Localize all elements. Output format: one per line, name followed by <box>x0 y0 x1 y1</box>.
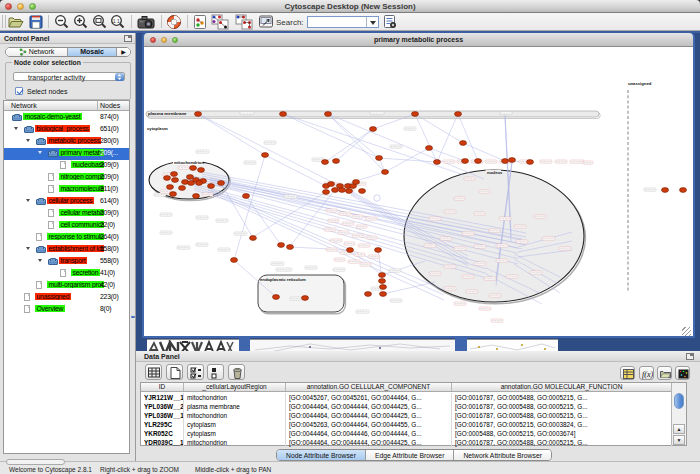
expand-triangle[interactable] <box>38 259 42 264</box>
network-node[interactable] <box>193 194 200 199</box>
vizmapper-icon[interactable] <box>193 14 207 30</box>
network-node[interactable] <box>328 182 335 187</box>
tree-row-nucleobase-contain[interactable]: nucleobase-contain209(0) <box>4 160 129 172</box>
table-row[interactable]: YPL036W__2plasma membrane[GO:0044464, GO… <box>141 402 672 411</box>
expand-triangle[interactable] <box>26 199 30 204</box>
tab-overflow-arrow[interactable]: ▶ <box>117 48 130 56</box>
zoom-in-icon[interactable] <box>73 14 88 30</box>
network-node[interactable] <box>346 189 353 194</box>
network-node[interactable] <box>379 279 386 284</box>
tree-row-response-to-stimulus[interactable]: response to stimulus264(0) <box>4 232 129 244</box>
combo-stepper-icon[interactable] <box>115 73 124 81</box>
network-node[interactable] <box>370 127 377 132</box>
zoom-fit-icon[interactable] <box>92 14 107 30</box>
network-node[interactable] <box>455 112 462 117</box>
network-node[interactable] <box>376 156 383 161</box>
network-node[interactable] <box>680 188 687 193</box>
attribute-checklist-button[interactable] <box>187 364 204 380</box>
network-node[interactable] <box>195 112 202 117</box>
table-cell[interactable]: YLR295C <box>141 420 184 429</box>
search-input[interactable] <box>307 16 379 28</box>
network-manager-icon[interactable] <box>258 14 274 30</box>
network-node[interactable] <box>262 153 269 158</box>
network-node[interactable] <box>196 181 203 186</box>
tree-row-nitrogen-compound-m[interactable]: nitrogen compound m209(0) <box>4 172 129 184</box>
network-node[interactable] <box>198 168 205 173</box>
tree-row-mosaic-demo-yeast[interactable]: mosaic-demo-yeast874(0) <box>4 112 129 124</box>
tree-row-cellular-process[interactable]: cellular process614(0) <box>4 196 129 208</box>
table-cell[interactable]: [GO:0016787, GO:0005488, GO:0005215, G..… <box>452 402 672 411</box>
table-cell[interactable]: YKR052C <box>141 429 184 438</box>
network-node[interactable] <box>509 158 516 163</box>
table-cell[interactable]: mitochondrion <box>184 438 286 447</box>
expand-triangle[interactable] <box>26 247 30 252</box>
tree-row-establishment-of-loc[interactable]: establishment of loc558(0) <box>4 244 129 256</box>
search-options-icon[interactable] <box>383 14 398 30</box>
open-file-icon[interactable] <box>7 14 24 30</box>
table-cell[interactable]: YDR039C__1 <box>141 438 184 447</box>
table-cell[interactable]: [GO:0016787, GO:0005488, GO:0005215, G..… <box>452 438 672 447</box>
table-cell[interactable]: cytoplasm <box>184 420 286 429</box>
network-node[interactable] <box>167 185 174 190</box>
network-node[interactable] <box>273 295 280 300</box>
network-window-titlebar[interactable]: primary metabolic process <box>144 33 693 47</box>
scrollbar-thumb[interactable] <box>674 393 684 409</box>
table-cell[interactable]: [GO:0005488, GO:0005215, GO:0003674] <box>452 429 672 438</box>
network-node[interactable] <box>380 292 387 297</box>
table-cell[interactable]: cytoplasm <box>184 429 286 438</box>
network-node[interactable] <box>208 184 215 189</box>
network-canvas[interactable]: plasma membranecytoplasmmitochondrionend… <box>144 47 693 336</box>
formula-builder-button[interactable]: f(x) <box>639 366 654 380</box>
network-node[interactable] <box>460 141 467 146</box>
attribute-batch-button[interactable] <box>620 366 635 380</box>
zoom-selected-icon[interactable]: 1:1 <box>110 14 125 30</box>
select-nodes-checkbox[interactable] <box>15 87 23 95</box>
attribute-select-button[interactable] <box>145 364 162 380</box>
network-node[interactable] <box>218 181 225 186</box>
tree-row-cell-communication[interactable]: cell communication22(0) <box>4 220 129 232</box>
network-node[interactable] <box>187 175 194 180</box>
tree-row-overview[interactable]: Overview8(0) <box>4 304 129 316</box>
network-node[interactable] <box>462 159 469 164</box>
tab-network-attribute-browser[interactable]: Network Attribute Browser <box>454 450 551 460</box>
node-color-combo[interactable]: transporter activity <box>13 72 125 81</box>
network-node[interactable] <box>375 248 382 253</box>
network-node[interactable] <box>380 285 387 290</box>
snapshot-icon[interactable] <box>137 14 156 30</box>
resize-grip[interactable] <box>682 327 691 336</box>
network-node[interactable] <box>347 248 354 253</box>
expand-triangle[interactable] <box>14 127 18 132</box>
tree-row-primary-metabolic-proce[interactable]: primary metabolic proce209(... <box>4 148 129 160</box>
tree-row-macromolecule-met[interactable]: macromolecule met311(0) <box>4 184 129 196</box>
table-row[interactable]: YJR121W__1mitochondrion[GO:0045267, GO:0… <box>141 393 672 402</box>
network-node[interactable] <box>322 160 329 165</box>
tree-row-multi-organism-proc[interactable]: multi-organism proc42(0) <box>4 280 129 292</box>
delete-attribute-button[interactable] <box>228 364 245 380</box>
zoom-out-icon[interactable] <box>54 14 69 30</box>
copy-network-style-icon[interactable] <box>235 14 254 30</box>
network-node[interactable] <box>325 112 332 117</box>
tree-row-biological-process[interactable]: biological_process651(0) <box>4 124 129 136</box>
network-node[interactable] <box>302 296 309 301</box>
network-node[interactable] <box>412 112 419 117</box>
network-node[interactable] <box>662 188 669 193</box>
network-node[interactable] <box>164 176 171 181</box>
network-node[interactable] <box>426 146 433 151</box>
table-cell[interactable]: YJR121W__1 <box>141 393 184 402</box>
tab-network[interactable]: Network <box>6 48 68 56</box>
table-cell[interactable]: mitochondrion <box>184 393 286 402</box>
column-header[interactable]: annotation.GO CELLULAR_COMPONENT <box>286 383 452 391</box>
network-node[interactable] <box>365 292 372 297</box>
table-cell[interactable]: [GO:0044464, GO:0044446, GO:0044444, G..… <box>286 429 452 438</box>
data-panel-float-icon[interactable] <box>686 353 694 360</box>
column-header[interactable]: _cellularLayoutRegion <box>184 383 286 391</box>
network-node[interactable] <box>333 159 340 164</box>
tree-row-metabolic-process[interactable]: metabolic process280(0) <box>4 136 129 148</box>
network-node[interactable] <box>170 192 177 197</box>
table-cell[interactable]: [GO:0016787, GO:0005488, GO:0005215, G..… <box>452 393 672 402</box>
create-attribute-button[interactable] <box>166 364 183 380</box>
network-node[interactable] <box>243 194 250 199</box>
table-cell[interactable]: [GO:0044464, GO:0044444, GO:0044425, G..… <box>286 411 452 420</box>
network-node[interactable] <box>339 188 346 193</box>
table-cell[interactable]: [GO:0044464, GO:0044444, GO:0044425, G..… <box>286 438 452 447</box>
